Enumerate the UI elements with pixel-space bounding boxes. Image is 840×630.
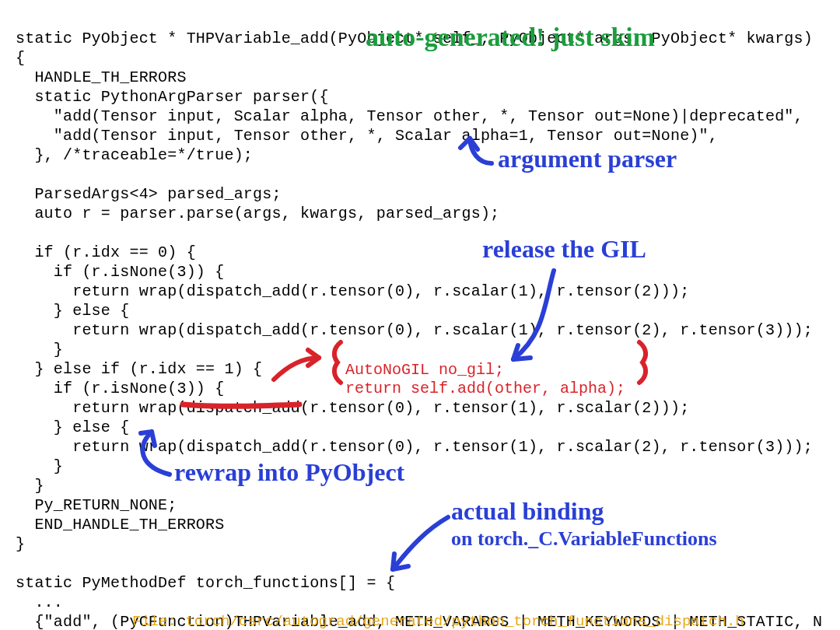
code-line: static PythonArgParser parser({: [16, 88, 329, 106]
note-argument-parser: argument parser: [498, 149, 677, 169]
code-line: if (r.isNone(3)) {: [16, 380, 224, 397]
note-binding-line2: on torch._C.VariableFunctions: [451, 529, 717, 548]
snippet-line: return self.add(other, alpha);: [345, 380, 625, 397]
code-line: }: [16, 535, 25, 553]
code-line: {: [16, 49, 25, 67]
note-rewrap: rewrap into PyObject: [174, 463, 404, 482]
code-line: } else {: [16, 302, 129, 320]
code-line: return wrap(dispatch_add(r.tensor(0), r.…: [16, 321, 813, 339]
snippet-line: AutoNoGIL no_gil;: [345, 361, 504, 379]
code-line: HANDLE_TH_ERRORS: [16, 68, 187, 86]
code-line: "add(Tensor input, Scalar alpha, Tensor …: [16, 107, 803, 125]
code-line: }: [16, 477, 44, 495]
code-line: } else if (r.idx == 1) {: [16, 360, 262, 378]
code-line: END_HANDLE_TH_ERRORS: [16, 516, 224, 534]
slide: static PyObject * THPVariable_add(PyObje…: [0, 0, 840, 630]
code-line: return wrap(dispatch_add(r.tensor(0), r.…: [16, 282, 689, 300]
code-line: Py_RETURN_NONE;: [16, 496, 177, 514]
note-binding-line1: actual binding: [451, 502, 604, 521]
file-path-label: File: torch/csrc/autograd/generated/pyth…: [132, 612, 744, 630]
code-line: }: [16, 341, 63, 359]
inline-snippet: AutoNoGIL no_gil; return self.add(other,…: [345, 342, 625, 398]
code-line: }: [16, 457, 63, 475]
code-line: if (r.idx == 0) {: [16, 243, 196, 261]
code-line: "add(Tensor input, Tensor other, *, Scal…: [16, 127, 718, 145]
code-line: static PyMethodDef torch_functions[] = {: [16, 574, 395, 592]
code-line: } else {: [16, 418, 129, 436]
code-line: if (r.isNone(3)) {: [16, 263, 224, 281]
code-line: }, /*traceable=*/true);: [16, 146, 253, 164]
note-autogenerated: auto-generated! just skim: [366, 27, 655, 47]
note-release-gil: release the GIL: [482, 240, 646, 259]
code-line: return wrap(dispatch_add(r.tensor(0), r.…: [16, 399, 689, 417]
code-line: ...: [16, 593, 63, 611]
code-line: ParsedArgs<4> parsed_args;: [16, 185, 282, 203]
code-line: auto r = parser.parse(args, kwargs, pars…: [16, 205, 499, 222]
code-line: return wrap(dispatch_add(r.tensor(0), r.…: [16, 438, 813, 456]
